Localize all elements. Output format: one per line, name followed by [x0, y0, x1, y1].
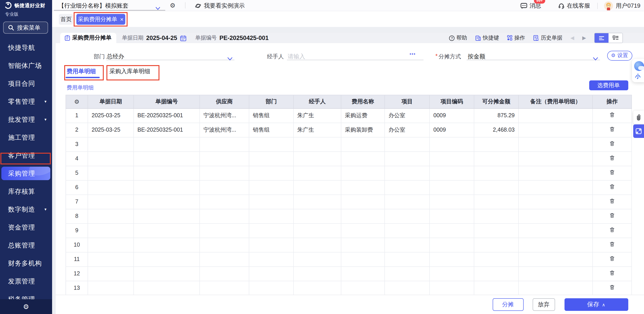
cell-project[interactable] — [385, 137, 430, 152]
support-button[interactable]: 在线客服 — [558, 2, 590, 10]
cell-handler[interactable] — [294, 194, 341, 209]
cell-amount[interactable] — [474, 166, 518, 180]
cell-dept[interactable] — [249, 281, 294, 295]
cell-doc-date[interactable] — [88, 238, 134, 252]
cell-project[interactable]: 办公室 — [385, 123, 430, 137]
cell-handler[interactable] — [294, 180, 341, 194]
topbar-gear-icon[interactable]: ⚙ — [170, 2, 175, 9]
calendar-icon[interactable] — [180, 35, 186, 41]
cell-handler[interactable] — [294, 266, 341, 281]
cell-handler[interactable] — [294, 137, 341, 152]
cell-project[interactable]: 办公室 — [385, 108, 430, 123]
sidebar-item-1[interactable]: 智能体广场 — [0, 56, 52, 74]
tab-inbound-detail[interactable]: 采购入库单明细 — [109, 68, 150, 76]
cell-project-code[interactable] — [430, 238, 474, 252]
cell-doc-date[interactable] — [88, 137, 134, 152]
sidebar-search[interactable]: 搜索菜单 — [3, 22, 48, 34]
cell-fee-name[interactable] — [341, 238, 385, 252]
cell-remark[interactable] — [518, 238, 592, 252]
cell-dept[interactable] — [249, 238, 294, 252]
cell-dept[interactable] — [249, 152, 294, 166]
cell-supplier[interactable] — [200, 194, 249, 209]
cell-supplier[interactable] — [200, 252, 249, 266]
cell-fee-name[interactable] — [341, 252, 385, 266]
cell-doc-date[interactable] — [88, 152, 134, 166]
cell-supplier[interactable] — [200, 238, 249, 252]
cell-project-code[interactable]: 0009 — [430, 108, 474, 123]
settings-button[interactable]: ⚙ 设置 — [607, 50, 632, 60]
cell-remark[interactable] — [518, 281, 592, 295]
cell-amount[interactable] — [474, 266, 518, 281]
tab-close-icon[interactable]: ✕ — [120, 17, 124, 22]
cell-doc-no[interactable] — [134, 223, 200, 238]
tab-fee-detail[interactable]: 费用单明细 — [67, 68, 96, 76]
sidebar-item-9[interactable]: 数字制造▾ — [0, 200, 52, 218]
cell-remark[interactable] — [518, 266, 592, 281]
cell-project-code[interactable] — [430, 194, 474, 209]
cell-supplier[interactable] — [200, 266, 249, 281]
cell-project[interactable] — [385, 266, 430, 281]
sidebar-settings-gear-icon[interactable]: ⚙ — [23, 302, 29, 311]
sidebar-item-12[interactable]: 财务多机构 — [0, 254, 52, 272]
cell-doc-no[interactable]: BE-20250325-001 — [134, 108, 200, 123]
cell-doc-date[interactable] — [88, 281, 134, 295]
sidebar-item-2[interactable]: 项目合同 — [0, 74, 52, 92]
cell-project-code[interactable] — [430, 137, 474, 152]
cell-amount[interactable] — [474, 252, 518, 266]
dept-chevron-down-icon[interactable] — [227, 54, 232, 62]
cell-supplier[interactable]: 宁波杭州湾... — [200, 123, 249, 137]
delete-row-button[interactable] — [592, 281, 632, 295]
cell-project-code[interactable] — [430, 281, 474, 295]
cell-doc-date[interactable] — [88, 209, 134, 223]
cell-fee-name[interactable] — [341, 137, 385, 152]
cell-supplier[interactable] — [200, 223, 249, 238]
cell-doc-date[interactable] — [88, 180, 134, 194]
cell-dept[interactable] — [249, 223, 294, 238]
delete-row-button[interactable] — [592, 252, 632, 266]
method-value[interactable]: 按金额 — [468, 52, 485, 61]
cell-doc-no[interactable] — [134, 180, 200, 194]
handler-input-placeholder[interactable]: 请输入 — [288, 52, 305, 61]
cell-amount[interactable]: 875.29 — [474, 108, 518, 123]
delete-row-button[interactable] — [592, 266, 632, 281]
cell-project-code[interactable] — [430, 209, 474, 223]
cell-amount[interactable] — [474, 152, 518, 166]
cell-amount[interactable] — [474, 194, 518, 209]
cell-remark[interactable] — [518, 252, 592, 266]
cell-doc-no[interactable] — [134, 137, 200, 152]
delete-row-button[interactable] — [592, 137, 632, 152]
cell-fee-name[interactable] — [341, 180, 385, 194]
cell-doc-no[interactable]: BE-20250325-001 — [134, 123, 200, 137]
cell-amount[interactable] — [474, 238, 518, 252]
cell-fee-name[interactable] — [341, 166, 385, 180]
cell-project[interactable] — [385, 281, 430, 295]
cell-remark[interactable] — [518, 209, 592, 223]
cell-dept[interactable] — [249, 209, 294, 223]
cell-handler[interactable] — [294, 209, 341, 223]
sidebar-item-11[interactable]: 总账管理 — [0, 236, 52, 254]
cell-project[interactable] — [385, 152, 430, 166]
tab-home[interactable]: 首页 — [59, 14, 73, 25]
cell-doc-no[interactable] — [134, 152, 200, 166]
sidebar-item-8[interactable]: 库存核算 — [0, 182, 52, 200]
cell-project-code[interactable] — [430, 152, 474, 166]
operations-button[interactable]: 操作 — [507, 34, 525, 42]
method-chevron-down-icon[interactable] — [592, 54, 598, 62]
cell-dept[interactable] — [249, 194, 294, 209]
fee-detail-link[interactable]: 费用单明细 — [67, 84, 94, 92]
cell-project[interactable] — [385, 194, 430, 209]
cell-remark[interactable] — [518, 194, 592, 209]
cell-fee-name[interactable]: 采购运费 — [341, 108, 385, 123]
cell-dept[interactable] — [249, 180, 294, 194]
cell-handler[interactable] — [294, 223, 341, 238]
cell-dept[interactable] — [249, 166, 294, 180]
delete-row-button[interactable] — [592, 108, 632, 123]
cell-project-code[interactable] — [430, 166, 474, 180]
user-menu[interactable]: 用户0719 — [604, 1, 640, 10]
cell-fee-name[interactable]: 采购装卸费 — [341, 123, 385, 137]
cell-remark[interactable] — [518, 123, 592, 137]
cell-project-code[interactable] — [430, 223, 474, 238]
cell-remark[interactable] — [518, 137, 592, 152]
history-button[interactable]: 历史单据 — [533, 34, 562, 42]
cell-remark[interactable] — [518, 166, 592, 180]
